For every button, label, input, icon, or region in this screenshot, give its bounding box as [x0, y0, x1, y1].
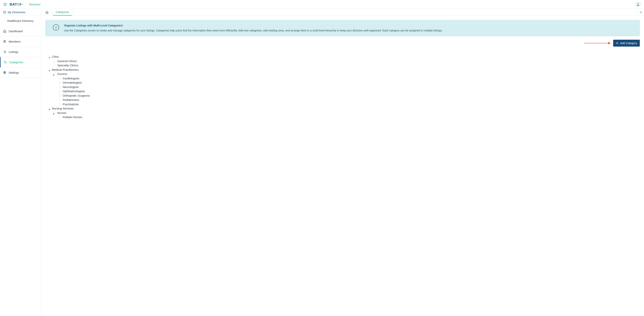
add-category-button[interactable]: Add Category — [613, 40, 640, 47]
chevron-left-icon — [640, 11, 642, 14]
tree-node-label[interactable]: Clinic — [52, 55, 59, 58]
logo-text-part1: BAT — [10, 2, 17, 7]
tree-node-label[interactable]: Medical Practitioners — [52, 68, 78, 71]
sidebar-back-label: My Directories — [8, 11, 26, 14]
collapse-panel-button[interactable] — [638, 9, 644, 16]
tree-node-label[interactable]: Doctors — [57, 72, 67, 76]
breadcrumb-label: Categories — [56, 11, 69, 14]
logo-text-part3: I — [20, 2, 21, 7]
top-bar: BATOI® Directory — [0, 0, 644, 9]
sidebar-item-label: Categories — [10, 61, 24, 64]
breadcrumb-separator — [72, 9, 74, 16]
tree-node-label[interactable]: Psychiatrists — [63, 103, 79, 106]
breadcrumb-separator — [51, 9, 53, 16]
tree-node: General Clinics — [54, 59, 640, 64]
svg-point-0 — [638, 3, 639, 4]
menu-toggle-button[interactable] — [2, 2, 8, 7]
sidebar-item-members[interactable]: Members — [0, 37, 41, 47]
app-name[interactable]: Directory — [29, 3, 40, 6]
tree-node: Nursing ServicesNursesPediatri Nurses — [50, 106, 640, 119]
annotation-arrow — [584, 41, 611, 45]
action-row: Add Category — [46, 40, 640, 47]
logo[interactable]: BATOI® — [10, 2, 26, 7]
tree-node: ClinicGeneral ClinicsSpecialty Clinics — [50, 55, 640, 68]
sidebar-item-settings[interactable]: Settings — [0, 68, 41, 78]
tree-node: Neurologists — [59, 85, 640, 89]
svg-point-3 — [5, 41, 6, 42]
logo-text-part2: O — [17, 2, 20, 7]
breadcrumb-home[interactable] — [46, 9, 51, 16]
info-banner: i Organize Listings with Multi-Level Cat… — [46, 20, 640, 36]
home-icon — [3, 30, 6, 33]
breadcrumb-categories[interactable]: Categories — [53, 9, 72, 16]
sidebar-back-link[interactable]: My Directories — [0, 9, 41, 16]
tree-node-label[interactable]: Orthopedic Surgeons — [63, 94, 90, 97]
tree-node-label[interactable]: General Clinics — [57, 60, 77, 63]
svg-point-4 — [4, 72, 5, 73]
plus-icon — [616, 42, 618, 45]
back-arrow-icon — [3, 11, 6, 14]
gear-icon — [3, 71, 6, 74]
user-icon — [636, 3, 640, 6]
tree-node: Cardiologists — [59, 76, 640, 81]
listings-icon — [3, 50, 6, 54]
tree-node: Orthopedic Surgeons — [59, 94, 640, 98]
tree-node: DoctorsCardiologistsDermatologistsNeurol… — [54, 72, 640, 106]
tree-node: Medical PractitionersDoctorsCardiologist… — [50, 68, 640, 107]
banner-title: Organize Listings with Multi-Level Categ… — [64, 24, 442, 28]
info-icon: i — [52, 24, 60, 32]
svg-text:i: i — [56, 25, 56, 30]
home-icon — [46, 11, 48, 14]
hamburger-icon — [4, 3, 7, 6]
sidebar-item-label: Listings — [8, 50, 18, 54]
tree-node: NursesPediatri Nurses — [54, 111, 640, 119]
members-icon — [3, 40, 6, 43]
tree-node: Pediatri Nurses — [59, 115, 640, 119]
sidebar-item-label: Members — [8, 40, 21, 43]
banner-body: Use the Categories screen to create and … — [64, 29, 442, 33]
tree-node: Dermatologists — [59, 81, 640, 85]
tree-node-label[interactable]: Neurologists — [63, 85, 78, 89]
tree-toggle-icon[interactable] — [53, 112, 55, 114]
sidebar-title: Healthcare Directory — [0, 16, 41, 26]
tree-toggle-icon[interactable] — [49, 55, 50, 57]
svg-point-1 — [3, 11, 6, 14]
tree-node-label[interactable]: Nurses — [57, 111, 66, 115]
sidebar-item-dashboard[interactable]: Dashboard — [0, 26, 41, 37]
breadcrumb-bar: Categories — [41, 9, 644, 16]
sidebar-item-categories[interactable]: Categories — [0, 57, 41, 68]
svg-point-2 — [4, 41, 4, 42]
sidebar-item-label: Settings — [8, 71, 19, 74]
tree-node-label[interactable]: Cardiologists — [63, 77, 79, 80]
logo-reg: ® — [21, 4, 22, 5]
user-avatar-button[interactable] — [635, 2, 641, 7]
sidebar-nav: Dashboard Members Listings Categories Se… — [0, 26, 41, 78]
tree-toggle-icon[interactable] — [49, 69, 50, 70]
tree-node: Ophthalmologists — [59, 89, 640, 94]
tree-node: Specialty Clinics — [54, 63, 640, 68]
tree-node: Pediatricians — [59, 98, 640, 102]
tree-node-label[interactable]: Ophthalmologists — [63, 90, 85, 93]
tree-node-label[interactable]: Specialty Clinics — [57, 64, 78, 67]
main-content: Categories i Organize Listings with Mult… — [41, 9, 644, 316]
tree-node-label[interactable]: Pediatricians — [63, 98, 79, 101]
tree-toggle-icon[interactable] — [49, 107, 50, 109]
sidebar-item-listings[interactable]: Listings — [0, 47, 41, 57]
tags-icon — [4, 61, 7, 64]
tree-node-label[interactable]: Dermatologists — [63, 81, 82, 84]
tree-toggle-icon[interactable] — [53, 73, 55, 75]
sidebar: My Directories Healthcare Directory Dash… — [0, 9, 41, 316]
add-category-label: Add Category — [620, 42, 637, 45]
category-tree: ClinicGeneral ClinicsSpecialty ClinicsMe… — [50, 55, 640, 119]
tree-node-label[interactable]: Nursing Services — [52, 107, 74, 110]
sidebar-item-label: Dashboard — [8, 30, 22, 33]
tree-node-label[interactable]: Pediatri Nurses — [63, 115, 82, 119]
tree-node: Psychiatrists — [59, 102, 640, 107]
